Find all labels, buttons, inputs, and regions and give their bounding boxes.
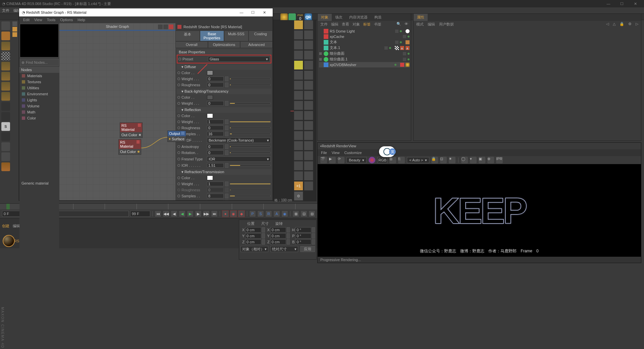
cat-environment[interactable]: Environment: [19, 91, 59, 97]
live-select-icon[interactable]: [1, 32, 10, 40]
rv-play-icon[interactable]: ▶: [329, 157, 336, 163]
material-preview[interactable]: [3, 235, 15, 247]
vp-tool[interactable]: [304, 121, 313, 130]
section-backlighting[interactable]: ▾ Back-lighting/Translucency: [177, 89, 271, 94]
primitive4-icon[interactable]: [1, 92, 10, 101]
key-p-icon[interactable]: P: [249, 210, 256, 217]
tag-icon[interactable]: [406, 63, 410, 67]
sg-graph-canvas[interactable]: Shader Graph RS Material Out Color RS Ma…: [59, 23, 175, 200]
tab-content[interactable]: 内容浏览器: [346, 14, 371, 21]
sg-menu-view[interactable]: View: [34, 18, 42, 22]
magnet-icon[interactable]: [1, 142, 10, 151]
s-icon[interactable]: S: [1, 122, 10, 131]
sg-preview-thumb[interactable]: [20, 24, 59, 57]
tab-basic[interactable]: 基本: [175, 31, 200, 41]
rv-aov-select[interactable]: Beauty▾: [346, 157, 367, 163]
cat-volume[interactable]: Volume: [19, 103, 59, 109]
vp-tool[interactable]: [294, 40, 303, 50]
tab-optimizations[interactable]: Optimizations: [208, 41, 240, 48]
vp-tool[interactable]: [304, 101, 313, 110]
vp-tool[interactable]: [294, 91, 303, 100]
step-back-icon[interactable]: ◀◀: [163, 210, 169, 217]
cat-utilities[interactable]: Utilities: [19, 85, 59, 91]
vp-tool[interactable]: [294, 70, 303, 80]
tl-tool-icon[interactable]: ⊞: [292, 210, 299, 217]
vp-tool[interactable]: [304, 111, 313, 120]
rv-clapper-icon[interactable]: 🎬: [320, 157, 327, 163]
sg-maximize-button[interactable]: ☐: [247, 8, 259, 16]
tag-icon[interactable]: ▲: [400, 46, 404, 50]
vp-tool[interactable]: [294, 101, 303, 110]
tab-advanced[interactable]: Advanced: [240, 41, 273, 48]
rv-add-icon[interactable]: ⊕: [487, 157, 494, 163]
vp-tool[interactable]: [304, 40, 313, 50]
sg-minimize-button[interactable]: —: [236, 8, 247, 16]
rot-p-field[interactable]: 0 °: [295, 233, 311, 239]
eye-icon[interactable]: 👁: [405, 22, 408, 27]
rv-snap-icon[interactable]: ⊡: [440, 157, 447, 163]
vp-tool[interactable]: [294, 30, 303, 40]
vp-tool[interactable]: [304, 131, 313, 140]
tool-icon[interactable]: [12, 27, 17, 32]
step-fwd-icon[interactable]: ▶▶: [203, 210, 210, 217]
vp-tool[interactable]: [294, 131, 303, 140]
back-color-swatch[interactable]: [207, 95, 213, 100]
vp-tool[interactable]: [294, 161, 303, 170]
refr-color-swatch[interactable]: [207, 176, 213, 180]
sg-find-input[interactable]: ⊗ Find Nodes...: [20, 59, 59, 66]
vp-tool[interactable]: [304, 181, 313, 191]
vp-tool[interactable]: [304, 171, 313, 181]
size-y-field[interactable]: 0 cm: [270, 233, 286, 239]
frame-fwd-icon[interactable]: ▶: [195, 210, 202, 217]
checker-icon[interactable]: [1, 52, 10, 60]
vp-tool[interactable]: [304, 81, 313, 90]
nav-fwd-icon[interactable]: ▷: [636, 22, 638, 27]
vp-tool[interactable]: [294, 171, 303, 181]
key-s-icon[interactable]: S: [257, 210, 264, 217]
rot-h-field[interactable]: 0 °: [295, 227, 311, 233]
close-button[interactable]: ✕: [629, 0, 642, 7]
section-diffuse[interactable]: ▾ Diffuse: [177, 64, 271, 70]
pos-x-field[interactable]: 0 cm: [245, 227, 261, 233]
tab-coating[interactable]: Coating: [249, 31, 273, 41]
mouse-icon[interactable]: [1, 112, 10, 121]
diffuse-weight-slider[interactable]: [230, 78, 271, 80]
tool-icon[interactable]: [12, 32, 17, 37]
sg-menu-tools[interactable]: Tools: [47, 18, 56, 22]
key-pla-icon[interactable]: ◉: [281, 210, 288, 217]
sg-titlebar[interactable]: ◔ Redshift Shader Graph - RS Material — …: [19, 8, 273, 16]
pos-z-field[interactable]: 0 cm: [245, 239, 261, 245]
rv-lock-icon[interactable]: 🔒: [431, 157, 438, 163]
rv-crop-icon[interactable]: ⎘: [398, 157, 405, 163]
psr-icon[interactable]: PSR0: [297, 13, 304, 21]
vp-tool[interactable]: [294, 81, 303, 90]
rv-grid-icon[interactable]: ⊞: [389, 157, 396, 163]
vp-tool[interactable]: [304, 50, 313, 60]
size-mode-select[interactable]: 绝对尺寸▾: [270, 246, 298, 252]
cat-textures[interactable]: Textures: [19, 79, 59, 85]
key-icon[interactable]: ◆: [238, 210, 245, 217]
qr-icon[interactable]: QR: [305, 13, 312, 21]
tab-multi-sss[interactable]: Multi-SSS: [224, 31, 249, 41]
primitive-icon[interactable]: [1, 62, 10, 70]
tab-attributes[interactable]: 属性: [414, 14, 428, 21]
section-reflection[interactable]: ▾ Reflection: [177, 107, 271, 113]
diffuse-rough-field[interactable]: 0: [207, 83, 224, 87]
brdf-select[interactable]: Beckmann (Cook-Torrance)▾: [207, 138, 271, 143]
primitive3-icon[interactable]: [1, 82, 10, 91]
vp-tool[interactable]: [304, 30, 313, 40]
settings-icon[interactable]: ⚙: [294, 191, 303, 201]
vp-tool[interactable]: [304, 161, 313, 170]
nav-back-icon[interactable]: ◁: [606, 22, 609, 27]
tl-tool-icon[interactable]: ⊟: [309, 210, 315, 217]
cat-math[interactable]: Math: [19, 109, 59, 115]
primitive2-icon[interactable]: [1, 72, 10, 81]
key-r-icon[interactable]: R: [265, 210, 272, 217]
tag-icon[interactable]: [395, 46, 399, 50]
section-refraction[interactable]: ▾ Refraction/Transmission: [177, 169, 271, 175]
vp-tool[interactable]: [304, 60, 313, 70]
tag-icon[interactable]: [406, 29, 410, 33]
cube-icon[interactable]: [1, 42, 10, 50]
rot-b-field[interactable]: 0 °: [295, 239, 311, 245]
rv-auto-select[interactable]: < Auto >▾: [407, 157, 429, 163]
